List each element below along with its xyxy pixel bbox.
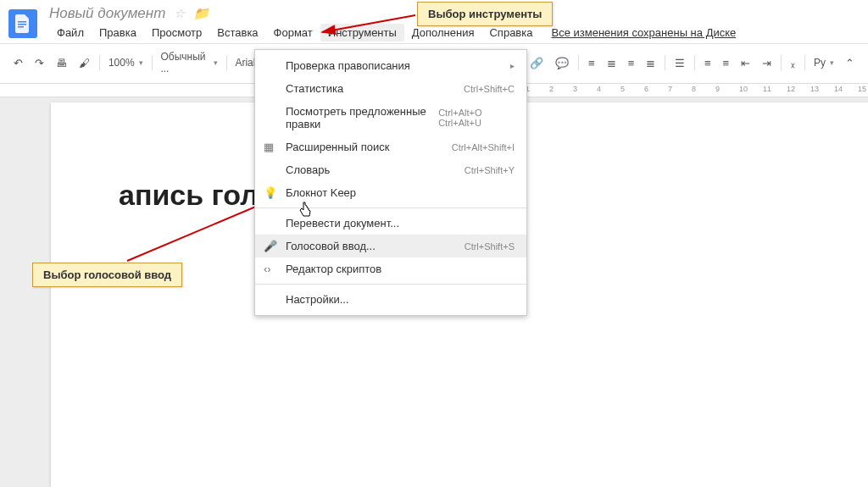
menu-item-label: Статистика [286,82,343,95]
chevron-right-icon: ▸ [510,61,515,70]
menu-item-dict[interactable]: Словарь Ctrl+Shift+Y [255,158,526,181]
menu-item-settings[interactable]: Настройки... [255,288,526,311]
shortcut-label: Ctrl+Shift+C [464,84,515,94]
script-icon: ‹› [264,263,271,275]
tools-dropdown: Проверка правописания ▸ Статистика Ctrl+… [254,49,527,316]
menu-separator [255,208,526,208]
menu-separator [255,284,526,285]
cursor-pointer-icon [298,202,312,221]
microphone-icon: 🎤 [264,240,277,252]
menu-item-label: Редактор скриптов [286,263,381,275]
shortcut-label: Ctrl+Shift+S [465,241,515,252]
menu-item-stats[interactable]: Статистика Ctrl+Shift+C [255,77,526,100]
menu-item-label: Проверка правописания [286,59,410,72]
menu-item-label: Посмотреть предложенные правки [286,105,438,130]
callout-voice: Выбор голосовой ввод [32,263,182,287]
search-icon: ▦ [264,141,274,153]
menu-item-label: Настройки... [286,293,349,306]
svg-line-3 [322,15,415,32]
shortcut-label: Ctrl+Alt+O Ctrl+Alt+U [438,108,515,128]
menu-item-label: Голосовой ввод... [286,240,376,252]
callout-tools: Выбор инструменты [417,2,553,26]
menu-item-translate[interactable]: Перевести документ... [255,212,526,235]
menu-item-voice[interactable]: 🎤 Голосовой ввод... Ctrl+Shift+S [255,235,526,257]
shortcut-label: Ctrl+Alt+Shift+I [452,142,515,152]
menu-item-label: Словарь [286,163,330,176]
bulb-icon: 💡 [264,186,277,199]
menu-item-script[interactable]: ‹› Редактор скриптов [255,257,526,280]
menu-item-search[interactable]: ▦ Расширенный поиск Ctrl+Alt+Shift+I [255,136,526,158]
menu-item-keep[interactable]: 💡 Блокнот Keep [255,181,526,204]
menu-item-review[interactable]: Посмотреть предложенные правки Ctrl+Alt+… [255,100,526,136]
shortcut-label: Ctrl+Shift+Y [465,165,515,175]
menu-item-spellcheck[interactable]: Проверка правописания ▸ [255,54,526,77]
menu-item-label: Расширенный поиск [286,141,389,153]
menu-item-label: Блокнот Keep [286,186,356,199]
